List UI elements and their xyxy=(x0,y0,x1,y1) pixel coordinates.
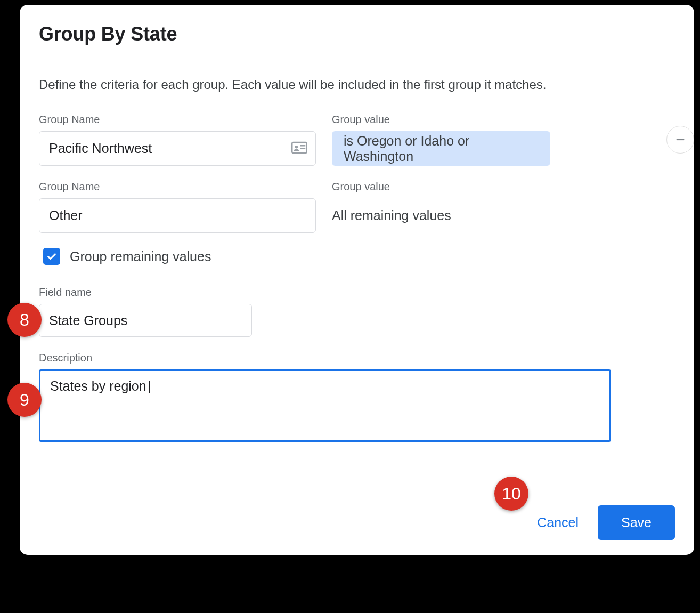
group-name-input-2[interactable] xyxy=(39,198,316,233)
check-icon xyxy=(46,251,58,262)
id-card-icon xyxy=(291,141,307,156)
dialog-intro: Define the criteria for each group. Each… xyxy=(39,77,675,92)
group-row-1: Group Name Group value is Oregon or Idah… xyxy=(39,114,675,166)
description-label: Description xyxy=(39,352,675,364)
minus-icon: − xyxy=(675,131,685,149)
group-name-label-2: Group Name xyxy=(39,181,316,193)
field-name-label: Field name xyxy=(39,286,675,299)
group-remaining-row: Group remaining values xyxy=(43,248,675,265)
group-remaining-label: Group remaining values xyxy=(70,249,211,264)
annotation-badge-10: 10 xyxy=(494,477,528,511)
svg-rect-3 xyxy=(300,148,305,149)
annotation-badge-9: 9 xyxy=(7,383,42,417)
description-section: Description States by region xyxy=(39,352,675,442)
dialog-title: Group By State xyxy=(39,23,675,45)
group-name-label: Group Name xyxy=(39,114,316,126)
group-name-input-1[interactable] xyxy=(39,131,316,166)
cancel-button[interactable]: Cancel xyxy=(533,509,583,537)
dialog-actions: Cancel Save xyxy=(533,505,675,540)
description-textarea[interactable]: States by region xyxy=(39,369,611,442)
field-name-section: Field name xyxy=(39,286,675,337)
group-remaining-checkbox[interactable] xyxy=(43,248,60,265)
group-row-2: Group Name Group value All remaining val… xyxy=(39,181,675,233)
field-name-input[interactable] xyxy=(39,304,252,337)
save-button[interactable]: Save xyxy=(598,505,675,540)
group-value-pill-1[interactable]: is Oregon or Idaho or Washington xyxy=(332,131,550,166)
group-value-label: Group value xyxy=(332,114,675,126)
remove-group-button[interactable]: − xyxy=(666,126,694,154)
svg-point-1 xyxy=(295,146,298,149)
group-value-static-2: All remaining values xyxy=(332,198,675,233)
annotation-badge-8: 8 xyxy=(7,303,42,337)
group-by-dialog: Group By State Define the criteria for e… xyxy=(18,3,696,556)
svg-rect-2 xyxy=(300,145,305,147)
group-value-text-1: is Oregon or Idaho or Washington xyxy=(344,133,539,164)
group-value-label-2: Group value xyxy=(332,181,675,193)
